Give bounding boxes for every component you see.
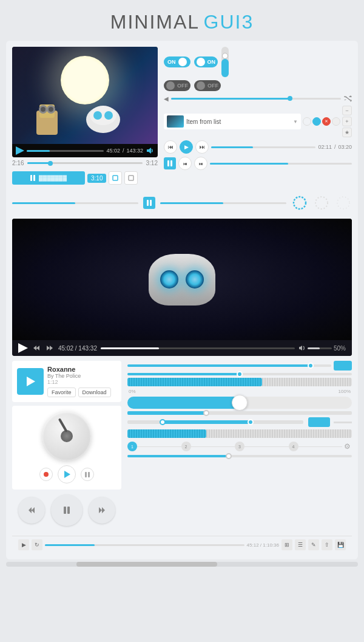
range-thumb-right[interactable] xyxy=(248,419,254,425)
toggle-off-2[interactable]: OFF xyxy=(194,80,221,91)
fat-slider-thumb-1[interactable] xyxy=(232,395,248,411)
h-slider-thumb-2[interactable] xyxy=(237,371,243,377)
lvc-fill xyxy=(101,347,159,349)
toggle-on-1-circle xyxy=(178,58,187,66)
loader-pause-btn[interactable] xyxy=(143,197,155,209)
fat-slider-row xyxy=(127,397,352,409)
bt-toolbar-play[interactable]: ▶ xyxy=(18,539,29,550)
toggle-off-1-circle xyxy=(166,81,175,90)
textured-slider-1[interactable] xyxy=(127,378,352,386)
vc-play-btn[interactable] xyxy=(16,146,24,155)
lvc-forward-btn[interactable] xyxy=(45,343,55,353)
vertical-slider[interactable] xyxy=(221,47,229,77)
timeline-bar[interactable] xyxy=(27,162,142,164)
toggle-row: ON ON xyxy=(164,47,352,77)
music-art[interactable] xyxy=(17,368,44,395)
lvc-vol-bar[interactable] xyxy=(308,347,332,349)
pl-circle-btns: ✕ xyxy=(303,117,340,126)
h-scrollbar-thumb[interactable] xyxy=(76,562,217,567)
toggle-on-1[interactable]: ON xyxy=(164,56,190,67)
step-dot-4[interactable]: 4 xyxy=(289,442,298,451)
loader-p-bar-1 xyxy=(147,200,149,206)
pp-prev-btn[interactable]: ⏮ xyxy=(178,157,192,170)
t2-play-btn[interactable]: ▶ xyxy=(180,140,193,154)
pl-dot-1[interactable] xyxy=(303,117,311,126)
h-slider-thumb-1[interactable] xyxy=(308,363,314,369)
t2-progress[interactable] xyxy=(211,146,315,148)
long-progress-bar[interactable] xyxy=(12,202,138,204)
vc-progress[interactable] xyxy=(27,150,104,152)
pp-pause-btn[interactable] xyxy=(164,157,176,169)
step-dot-1[interactable]: 1 xyxy=(127,442,137,451)
bt-grid-btn[interactable]: ⊞ xyxy=(281,539,292,550)
side-btn-plus[interactable]: + xyxy=(342,117,352,126)
toggle-on-2-label: ON xyxy=(207,59,216,65)
rec-dot xyxy=(44,472,49,477)
h-slider-2[interactable] xyxy=(127,373,352,375)
rec-btn[interactable] xyxy=(39,468,53,481)
h-slider-4[interactable] xyxy=(127,411,352,415)
start-time: 2:16 xyxy=(12,160,24,166)
bt-pause-btn[interactable] xyxy=(51,494,83,526)
t2-time: 02:11 xyxy=(318,144,332,150)
t2-prev-btn[interactable]: ⏮ xyxy=(164,140,177,154)
vol-icon-1: ◀ xyxy=(164,95,169,102)
seek-bar-1[interactable] xyxy=(171,98,341,100)
robot-body xyxy=(149,254,215,306)
lvc-progress[interactable] xyxy=(101,347,295,349)
pause-transport-btn[interactable]: ▓▓▓▓▓▓▓ xyxy=(12,171,85,185)
pp-next-btn[interactable]: ⏭ xyxy=(194,157,207,170)
toggle-on-2[interactable]: ON xyxy=(194,56,218,67)
h-slider-final[interactable] xyxy=(127,455,352,457)
pl-dot-red[interactable]: ✕ xyxy=(322,117,331,126)
h-scrollbar[interactable] xyxy=(6,562,358,567)
h-slider-thumb-4[interactable] xyxy=(203,410,209,416)
vertical-slider-thumb xyxy=(222,53,228,59)
side-btn-minus[interactable]: − xyxy=(342,106,352,115)
knob-indicator xyxy=(58,418,68,432)
bt-progress[interactable] xyxy=(45,544,244,546)
step-dot-2[interactable]: 2 xyxy=(181,442,191,451)
textured-slider-2[interactable] xyxy=(127,429,352,438)
slider-row-3 xyxy=(127,378,352,386)
h-slider-5[interactable] xyxy=(127,420,303,424)
knob-outer[interactable] xyxy=(42,412,91,460)
bt-rewind-btn[interactable] xyxy=(18,497,45,524)
bt-list-btn[interactable]: ☰ xyxy=(295,539,306,550)
video-player: 45:02 / 143:32 xyxy=(12,47,158,157)
lvc-rewind-btn[interactable] xyxy=(32,343,41,353)
pause-btn-circle[interactable] xyxy=(81,468,94,481)
step-dot-3[interactable]: 3 xyxy=(235,442,244,451)
side-btn-star[interactable]: ★ xyxy=(342,128,352,137)
top-section: 45:02 / 143:32 2:16 3:12 xyxy=(12,47,352,187)
dropdown-arrow[interactable]: ▼ xyxy=(293,119,298,125)
h-slider-final-thumb[interactable] xyxy=(226,453,232,459)
bt-edit-btn[interactable]: ✎ xyxy=(308,539,319,550)
pl-dot-gray[interactable] xyxy=(332,117,340,126)
p-bar-2 xyxy=(170,160,172,166)
t2-next-btn[interactable]: ⏭ xyxy=(195,140,209,154)
toggle-off-1[interactable]: OFF xyxy=(164,80,190,91)
play-btn-circle[interactable] xyxy=(58,465,76,483)
bt-save-btn[interactable]: 💾 xyxy=(335,539,346,550)
fat-slider-1[interactable] xyxy=(127,397,352,409)
download-btn[interactable]: Download xyxy=(78,388,111,397)
seek-thumb-1[interactable] xyxy=(288,96,292,101)
slider-row-final xyxy=(127,455,352,457)
large-video-thumb xyxy=(12,219,352,340)
h-slider-1[interactable] xyxy=(127,364,331,367)
gear-icon[interactable]: ⚙ xyxy=(342,442,352,451)
vc-total-time: 143:32 xyxy=(126,148,143,154)
long-progress-bar-2[interactable] xyxy=(160,202,286,204)
bt-share-btn[interactable]: ⇧ xyxy=(322,539,332,550)
sq-btn-2[interactable] xyxy=(124,171,138,185)
range-thumb-left[interactable] xyxy=(160,419,166,425)
sq-btn-1[interactable] xyxy=(109,171,122,185)
bt-forward-btn[interactable] xyxy=(89,497,115,524)
vc-separator: / xyxy=(123,148,124,154)
favorite-btn[interactable]: Favorite xyxy=(47,388,76,397)
lvc-play-btn[interactable] xyxy=(18,343,28,353)
pl-dot-blue[interactable] xyxy=(312,117,321,126)
pp-progress[interactable] xyxy=(210,163,352,165)
bt-toolbar-refresh[interactable]: ↻ xyxy=(32,539,42,550)
